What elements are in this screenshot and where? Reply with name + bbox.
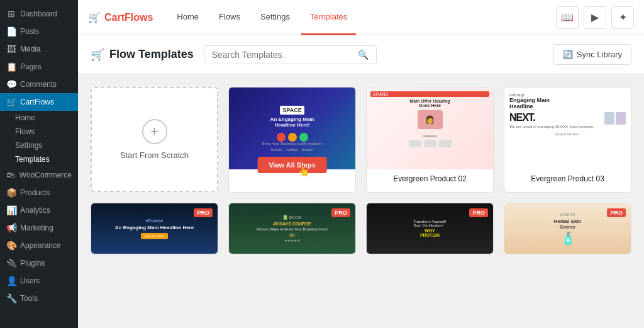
page-title-icon: 🛒 — [91, 48, 104, 62]
tpl-darkblue-btn: Get Started — [141, 233, 168, 239]
star-icon-btn[interactable]: ✦ — [611, 6, 634, 29]
scratch-plus-icon: + — [142, 119, 167, 144]
comments-icon: 💬 — [6, 79, 16, 89]
templates-grid-row2: eCourse An Engaging Main Headline Here G… — [91, 203, 631, 254]
tpl-blue-headline: An Engaging MainHeadline Here! — [270, 116, 314, 128]
tpl-white-design: mänagr Engaging MainHeadline NEXT. We ar… — [504, 88, 631, 169]
dashboard-icon: ⊞ — [6, 9, 16, 19]
scratch-label: Start From Scratch — [120, 150, 189, 160]
template-thumb-evergreen02: BRAND Main Offer HeadingGoes Here 👩 Feat… — [367, 88, 493, 169]
tpl-blue-stats: Bottles Softies Bolster — [271, 148, 313, 152]
posts-icon: 📄 — [6, 26, 16, 37]
sidebar-item-users[interactable]: 👤 Users — [0, 272, 78, 290]
cartflows-icon: 🛒 — [6, 97, 16, 107]
tpl-pink-header: Main Offer HeadingGoes Here — [370, 99, 489, 108]
tpl-skincare-bottle: 🧴 — [561, 232, 575, 246]
sidebar-item-woocommerce[interactable]: 🛍 WooCommerce — [0, 166, 78, 184]
pages-icon: 📋 — [6, 62, 16, 72]
sidebar-sub-flows[interactable]: Flows — [0, 125, 78, 139]
tpl-supplement-headline: Transform Yourself!Gain Certification! — [414, 220, 447, 227]
template-card-course[interactable]: eCourse An Engaging Main Headline Here G… — [91, 203, 218, 254]
sidebar-item-cartflows[interactable]: 🛒 CartFlows — [0, 93, 78, 111]
pro-badge-book: PRO — [331, 208, 350, 217]
nav-links: Home Flows Settings Templates — [168, 0, 356, 35]
pro-badge-course: PRO — [194, 208, 213, 217]
template-card-supplement[interactable]: Transform Yourself!Gain Certification! W… — [366, 203, 494, 254]
view-all-steps-button[interactable]: View All Steps — [257, 157, 327, 173]
tpl-pink-design: BRAND Main Offer HeadingGoes Here 👩 Feat… — [367, 88, 493, 169]
users-icon: 👤 — [6, 276, 16, 286]
search-icon: 🔍 — [358, 50, 369, 60]
sidebar-item-media[interactable]: 🖼 Media — [0, 40, 78, 58]
tpl-managr-brand: mänagr — [509, 93, 626, 97]
template-thumb-evergreen03: mänagr Engaging MainHeadline NEXT. We ar… — [504, 88, 631, 169]
page-header: 🛒 Flow Templates 🔍 🔄 Sync Library — [78, 35, 644, 74]
search-input[interactable] — [212, 50, 358, 60]
analytics-icon: 📊 — [6, 205, 16, 215]
tpl-blue-sub: Bring Your Business to Life Instantly — [262, 142, 323, 145]
scratch-card[interactable]: + Start From Scratch — [91, 87, 218, 192]
tpl-skincare-title: Herbal SkinCreme — [553, 218, 581, 230]
sidebar-item-analytics[interactable]: 📊 Analytics — [0, 201, 78, 219]
sidebar-item-products[interactable]: 📦 Products — [0, 184, 78, 201]
sidebar-item-posts[interactable]: 📄 Posts — [0, 23, 78, 40]
tpl-book-title: 45 DAYS COURSE — [273, 222, 311, 226]
template-card-skincare[interactable]: Creme Herbal SkinCreme 🧴 PRO — [504, 203, 631, 254]
tpl-book-brand: 📗 BOOK — [282, 215, 302, 220]
tpl-darkblue-text: An Engaging Main Headline Here — [115, 225, 194, 230]
sidebar-item-marketing[interactable]: 📢 Marketing — [0, 219, 78, 237]
brand-logo[interactable]: 🛒 CartFlows — [88, 11, 153, 23]
template-card-book[interactable]: 📗 BOOK 45 DAYS COURSE Proven Ways to Gro… — [228, 203, 356, 254]
appearance-icon: 🎨 — [6, 240, 16, 251]
products-icon: 📦 — [6, 188, 16, 198]
page-title-area: 🛒 Flow Templates — [91, 48, 194, 62]
sidebar-item-pages[interactable]: 📋 Pages — [0, 58, 78, 76]
sidebar-sub-settings[interactable]: Settings — [0, 139, 78, 152]
template-card-evergreen02[interactable]: BRAND Main Offer HeadingGoes Here 👩 Feat… — [366, 87, 494, 193]
woocommerce-icon: 🛍 — [6, 170, 16, 180]
top-navigation: 🛒 CartFlows Home Flows Settings Template… — [78, 0, 644, 35]
tpl-pink-image: 👩 — [418, 110, 443, 129]
tpl-book-price: 99 — [289, 232, 295, 238]
plugins-icon: 🔌 — [6, 258, 16, 268]
nav-templates[interactable]: Templates — [301, 0, 356, 35]
nav-right-icons: 📖 ▶ ✦ — [556, 6, 634, 29]
tpl-pink-feature-cards — [370, 140, 489, 147]
nav-settings[interactable]: Settings — [252, 0, 299, 35]
tpl-course-brand: eCourse — [145, 218, 163, 223]
page-title: Flow Templates — [109, 48, 194, 61]
main-content: 🛒 CartFlows Home Flows Settings Template… — [78, 0, 644, 328]
sidebar-sub-home[interactable]: Home — [0, 111, 78, 125]
tpl-book-stars: ★★★★★ — [284, 238, 300, 242]
book-icon-btn[interactable]: 📖 — [556, 6, 579, 29]
tpl-brand-tag: BRAND — [370, 91, 489, 97]
templates-grid: + Start From Scratch SPACE An Engaging M… — [91, 87, 631, 193]
sidebar-item-tools[interactable]: 🔧 Tools — [0, 290, 78, 307]
cursor: 👆 — [297, 165, 310, 177]
sidebar-sub-templates[interactable]: Templates — [0, 152, 78, 166]
sync-library-button[interactable]: 🔄 Sync Library — [553, 44, 631, 65]
sidebar-item-appearance[interactable]: 🎨 Appearance — [0, 237, 78, 254]
nav-flows[interactable]: Flows — [210, 0, 249, 35]
video-icon-btn[interactable]: ▶ — [584, 6, 606, 29]
sidebar-item-plugins[interactable]: 🔌 Plugins — [0, 254, 78, 272]
tpl-white-avatars — [604, 112, 626, 125]
template-card-evergreen03[interactable]: mänagr Engaging MainHeadline NEXT. We ar… — [504, 87, 631, 193]
template-card-featured[interactable]: SPACE An Engaging MainHeadline Here! Bri… — [228, 87, 356, 193]
tpl-book-sub: Proven Ways to Grow Your Business Fast! — [257, 227, 328, 231]
tpl-white-persons: NEXT. We are proud of managing 10,000+ c… — [509, 112, 626, 128]
tpl-pink-features: Features — [370, 134, 489, 138]
templates-area: + Start From Scratch SPACE An Engaging M… — [78, 74, 644, 328]
nav-home[interactable]: Home — [168, 0, 208, 35]
tpl-blue-icons — [277, 133, 308, 142]
tpl-space-logo: SPACE — [280, 106, 304, 115]
pro-badge-supplement: PRO — [469, 208, 488, 217]
sidebar: ⊞ Dashboard 📄 Posts 🖼 Media 📋 Pages 💬 Co… — [0, 0, 78, 328]
sidebar-item-comments[interactable]: 💬 Comments — [0, 76, 78, 93]
media-icon: 🖼 — [6, 44, 16, 54]
brand-icon: 🛒 — [88, 11, 101, 23]
tools-icon: 🔧 — [6, 293, 16, 303]
search-box[interactable]: 🔍 — [204, 45, 377, 64]
sidebar-item-dashboard[interactable]: ⊞ Dashboard — [0, 5, 78, 23]
tpl-white-headline: Engaging MainHeadline — [509, 97, 626, 110]
